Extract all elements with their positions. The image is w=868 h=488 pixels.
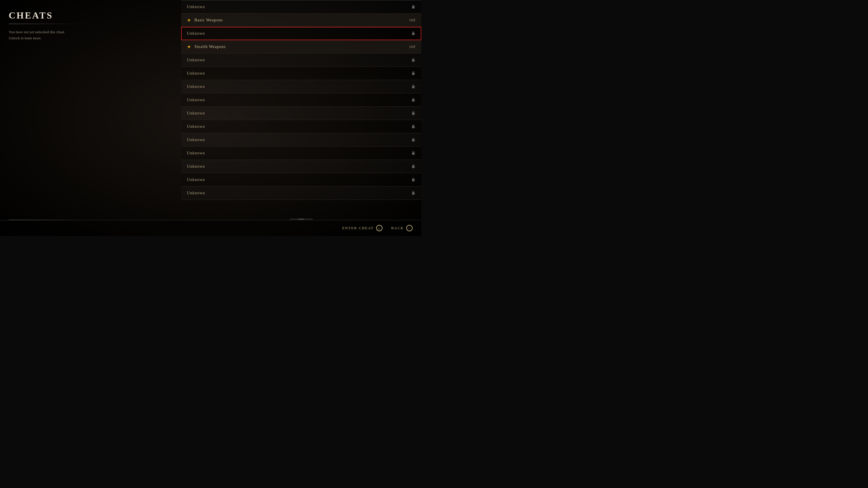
cheat-item-left: ★Basic Weapons (187, 18, 223, 23)
cheat-item[interactable]: Unknown🔒 (181, 120, 421, 133)
lock-icon: 🔒 (411, 5, 415, 9)
cheat-item-left: Unknown (187, 58, 205, 62)
cheat-name: Unknown (187, 151, 205, 156)
cheat-item-left: Unknown (187, 191, 205, 195)
lock-icon: 🔒 (411, 151, 415, 155)
lock-icon: 🔒 (411, 177, 415, 182)
description-line1: You have not yet unlocked this cheat. (9, 30, 65, 34)
cheat-item-left: Unknown (187, 71, 205, 76)
cheat-item-left: Unknown (187, 177, 205, 182)
cheat-item-left: Unknown (187, 151, 205, 156)
cheat-item[interactable]: ★Stealth WeaponsOff (181, 40, 421, 54)
cheat-item-left: Unknown (187, 111, 205, 116)
cheat-item-left: Unknown (187, 98, 205, 102)
lock-icon: 🔒 (411, 71, 415, 75)
cheat-item-left: Unknown (187, 5, 205, 9)
cheat-name: Unknown (187, 177, 205, 182)
cheat-item[interactable]: Unknown🔒 (181, 147, 421, 160)
cheat-item-right: 🔒 (411, 177, 415, 182)
cheat-item[interactable]: Unknown🔒 (181, 80, 421, 93)
cheat-item-left: Unknown (187, 138, 205, 142)
cheat-name: Unknown (187, 98, 205, 102)
cheat-item[interactable]: Unknown🔒 (181, 187, 421, 200)
cheat-item-right: 🔒 (411, 151, 415, 155)
cheat-name: Basic Weapons (194, 18, 223, 23)
cheat-item[interactable]: Unknown🔒 (181, 0, 421, 13)
cheat-name: Unknown (187, 71, 205, 76)
cheat-item[interactable]: Unknown🔒 (181, 107, 421, 120)
lock-icon: 🔒 (411, 98, 415, 102)
cheat-item-right: 🔒 (411, 164, 415, 168)
cheat-name: Unknown (187, 111, 205, 116)
lock-icon: 🔒 (411, 111, 415, 116)
cheat-item-left: Unknown (187, 85, 205, 89)
cheat-name: Unknown (187, 31, 205, 36)
cheat-name: Unknown (187, 164, 205, 169)
cheat-item[interactable]: Unknown🔒 (181, 54, 421, 67)
cheat-item-right: 🔒 (411, 31, 415, 36)
lock-icon: 🔒 (411, 164, 415, 168)
star-icon: ★ (187, 44, 191, 50)
cheat-list: Unknown🔒★Basic WeaponsOffUnknown🔒★Stealt… (181, 0, 421, 236)
cheat-name: Unknown (187, 5, 205, 9)
lock-icon: 🔒 (411, 85, 415, 89)
description-text: You have not yet unlocked this cheat. Un… (9, 29, 173, 41)
title-divider (9, 24, 81, 24)
cheat-item[interactable]: Unknown🔒 (181, 93, 421, 107)
cheat-item-left: Unknown (187, 31, 205, 36)
cheat-item[interactable]: Unknown🔒 (181, 67, 421, 80)
cheat-item-right: 🔒 (411, 98, 415, 102)
main-layout: CHEATS You have not yet unlocked this ch… (0, 0, 421, 236)
description-line2: Unlock to learn more. (9, 36, 42, 40)
cheat-item-right: 🔒 (411, 5, 415, 9)
cheat-status: Off (409, 18, 415, 23)
cheat-name: Stealth Weapons (194, 44, 226, 49)
cheat-item[interactable]: Unknown🔒 (181, 160, 421, 173)
cheat-item[interactable]: Unknown🔒 (181, 173, 421, 187)
cheat-item-left: Unknown (187, 164, 205, 169)
cheat-item[interactable]: Unknown🔒 (181, 27, 421, 40)
cheat-item[interactable]: Unknown🔒 (181, 133, 421, 147)
lock-icon: 🔒 (411, 138, 415, 142)
cheat-status: Off (409, 44, 415, 49)
lock-icon: 🔒 (411, 191, 415, 195)
cheat-item-right: 🔒 (411, 138, 415, 142)
cheat-name: Unknown (187, 124, 205, 129)
star-icon: ★ (187, 18, 191, 23)
cheat-item-right: 🔒 (411, 124, 415, 129)
page-title: CHEATS (9, 10, 173, 21)
cheat-item-right: Off (409, 18, 415, 23)
left-panel: CHEATS You have not yet unlocked this ch… (0, 0, 181, 236)
cheat-name: Unknown (187, 58, 205, 62)
cheat-item-right: 🔒 (411, 58, 415, 62)
cheat-item-right: Off (409, 44, 415, 49)
cheat-item-right: 🔒 (411, 111, 415, 116)
cheat-item-right: 🔒 (411, 191, 415, 195)
cheat-name: Unknown (187, 191, 205, 195)
cheat-item-left: ★Stealth Weapons (187, 44, 226, 50)
cheat-item-right: 🔒 (411, 85, 415, 89)
lock-icon: 🔒 (411, 124, 415, 129)
cheat-item[interactable]: ★Basic WeaponsOff (181, 13, 421, 27)
cheat-name: Unknown (187, 138, 205, 142)
cheat-item-left: Unknown (187, 124, 205, 129)
cheat-item-right: 🔒 (411, 71, 415, 75)
cheat-name: Unknown (187, 85, 205, 89)
left-bottom-divider (9, 220, 81, 220)
lock-icon: 🔒 (411, 31, 415, 36)
right-panel: Unknown🔒★Basic WeaponsOffUnknown🔒★Stealt… (181, 0, 421, 236)
lock-icon: 🔒 (411, 58, 415, 62)
